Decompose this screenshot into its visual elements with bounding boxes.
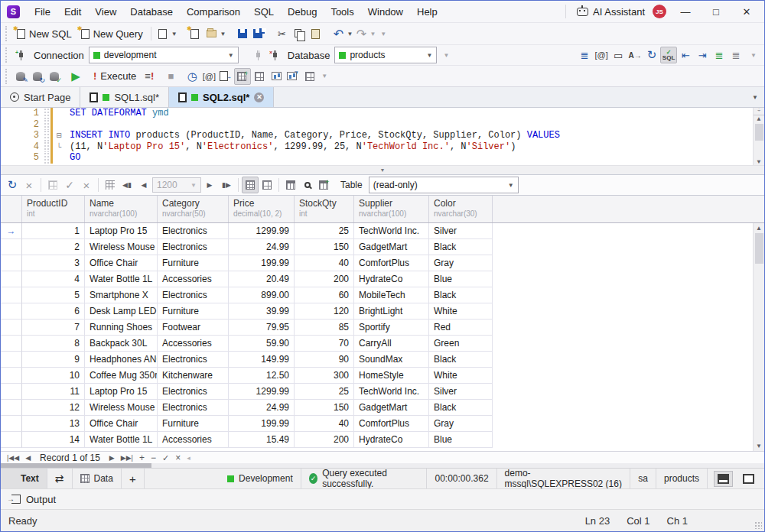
grid-cell[interactable]: White	[429, 368, 493, 384]
user-avatar[interactable]: JS	[653, 5, 666, 18]
grid-cell[interactable]: 24.99	[229, 400, 295, 416]
grid-cell[interactable]: Water Bottle 1L	[85, 432, 158, 448]
chart-designer-icon[interactable]	[268, 68, 285, 85]
grid-cell[interactable]: Water Bottle 1L	[85, 271, 158, 287]
grid-cell[interactable]: 40	[295, 416, 354, 432]
grid-cell[interactable]: 3	[22, 255, 85, 271]
grid-cell[interactable]: Backpack 30L	[85, 336, 158, 352]
grid-view-icon[interactable]	[242, 177, 259, 193]
grid-cell[interactable]: 13	[22, 416, 85, 432]
grid-cell[interactable]: Black	[429, 352, 493, 368]
last-page-icon[interactable]: ▮▶	[218, 177, 235, 193]
grid-cell[interactable]: White	[429, 303, 493, 320]
close-button[interactable]: ✕	[735, 6, 758, 18]
grid-cell[interactable]: Electronics	[158, 239, 229, 255]
table-row[interactable]: 10Coffee Mug 350mlKitchenware12.50300Hom…	[1, 368, 493, 384]
menu-comparison[interactable]: Comparison	[180, 1, 247, 22]
output-panel-tab[interactable]: Output	[1, 488, 764, 509]
row-selector[interactable]	[1, 255, 22, 271]
table-select[interactable]: (read-only)▼	[369, 177, 519, 193]
grid-cell[interactable]: SoundMax	[354, 352, 429, 368]
execute-overflow[interactable]: ▼	[321, 73, 327, 79]
menu-tools[interactable]: Tools	[324, 1, 360, 22]
menu-file[interactable]: File	[28, 1, 57, 22]
page-size-select[interactable]: 1200▼	[152, 177, 201, 193]
table-row[interactable]: →1Laptop Pro 15Electronics1299.9925TechW…	[1, 223, 493, 239]
open-file-icon[interactable]	[203, 25, 220, 42]
editor-line[interactable]: 3⊟INSERT INTO products (ProductID, Name,…	[1, 130, 764, 141]
results-layout-icon[interactable]	[251, 68, 268, 85]
grid-cell[interactable]: Gray	[429, 416, 493, 432]
row-selector[interactable]	[1, 432, 22, 448]
post-edit-button[interactable]: ✓	[159, 453, 172, 463]
grid-cell[interactable]: 200	[295, 271, 354, 287]
toolbar-overflow[interactable]: ▼	[380, 31, 386, 37]
debug-run-icon[interactable]: ▶	[67, 68, 84, 85]
grid-cell[interactable]: 9	[22, 352, 85, 368]
grid-cell[interactable]: Electronics	[158, 223, 229, 239]
increase-indent-icon[interactable]: ⇥	[694, 47, 711, 63]
first-page-icon[interactable]: ◀▮	[119, 177, 135, 193]
grid-cell[interactable]: Coffee Mug 350ml	[85, 368, 158, 384]
grid-cell[interactable]: Black	[429, 239, 493, 255]
delete-record-button[interactable]: −	[148, 453, 159, 463]
grid-cell[interactable]: Running Shoes	[85, 320, 158, 336]
grid-cell[interactable]: Blue	[429, 432, 493, 448]
grid-cell[interactable]: 120	[295, 303, 354, 320]
grid-cell[interactable]: ComfortPlus	[354, 416, 429, 432]
grid-cell[interactable]: 25	[295, 384, 354, 400]
grid-cell[interactable]: 4	[22, 271, 85, 287]
grid-cell[interactable]: Laptop Pro 15	[85, 384, 158, 400]
grid-cell[interactable]: Office Chair	[85, 255, 158, 271]
last-record-button[interactable]: ▶▶|	[118, 453, 136, 463]
cancel-changes-icon[interactable]: ×	[78, 177, 95, 193]
save-icon[interactable]	[234, 25, 251, 42]
grid-cell[interactable]: 300	[295, 368, 354, 384]
query-history-icon[interactable]: ◷	[184, 68, 200, 85]
connection-overflow[interactable]: ▼	[443, 52, 449, 59]
grid-cell[interactable]: 12	[22, 400, 85, 416]
grid-cell[interactable]: 1299.99	[229, 384, 295, 400]
ai-assistant-button[interactable]: AI Assistant	[577, 6, 645, 18]
layout-split-button[interactable]	[714, 471, 733, 487]
tab-sql2[interactable]: SQL2.sql* ✕	[169, 87, 274, 107]
grid-cell[interactable]: Accessories	[158, 432, 229, 448]
table-row[interactable]: 9Headphones ANCElectronics149.9990SoundM…	[1, 352, 493, 368]
grid-cell[interactable]: HydrateCo	[354, 432, 429, 448]
database-select[interactable]: products ▼	[334, 47, 437, 63]
grid-cell[interactable]: 899.00	[229, 287, 295, 303]
menu-debug[interactable]: Debug	[281, 1, 324, 22]
undo-dropdown[interactable]: ▼	[347, 31, 353, 37]
tab-sql1[interactable]: SQL1.sql*	[80, 87, 169, 107]
table-row[interactable]: 4Water Bottle 1LAccessories20.49200Hydra…	[1, 271, 493, 287]
grid-cell[interactable]: HomeStyle	[354, 368, 429, 384]
apply-changes-icon[interactable]: ✓	[61, 177, 78, 193]
grid-cell[interactable]: 79.95	[229, 320, 295, 336]
grid-cell[interactable]: 150	[295, 400, 354, 416]
editor-horizontal-scrollbar[interactable]: ▼	[1, 165, 764, 174]
grid-cell[interactable]: 199.99	[229, 416, 295, 432]
column-header-stockqty[interactable]: StockQtyint	[295, 196, 354, 222]
append-row-icon[interactable]: +	[316, 177, 333, 193]
editor-line[interactable]: 1SET DATEFORMAT ymd	[1, 108, 764, 119]
menu-sql[interactable]: SQL	[247, 1, 281, 22]
table-row[interactable]: 11Laptop Pro 15Electronics1299.9925TechW…	[1, 384, 493, 400]
grid-cell[interactable]: 150	[295, 239, 354, 255]
refresh-data-icon[interactable]: ↻	[29, 68, 46, 85]
scrollbar-thumb[interactable]	[755, 124, 763, 141]
grid-cell[interactable]: 85	[295, 320, 354, 336]
prev-page-icon[interactable]: ◀	[135, 177, 152, 193]
editor-line[interactable]: 5GO	[1, 152, 764, 164]
table-row[interactable]: 13Office ChairFurniture199.9940ComfortPl…	[1, 416, 493, 432]
paste-icon[interactable]	[308, 25, 324, 42]
new-file-icon[interactable]	[187, 25, 203, 42]
column-visibility-icon[interactable]	[282, 177, 299, 193]
grid-cell[interactable]: 1299.99	[229, 223, 295, 239]
query-plan-icon[interactable]: →	[217, 68, 234, 85]
grid-cell[interactable]: TechWorld Inc.	[354, 223, 429, 239]
grid-cell[interactable]: Electronics	[158, 287, 229, 303]
grid-cell[interactable]: BrightLight	[354, 303, 429, 320]
grid-cell[interactable]: 40	[295, 255, 354, 271]
new-query-button[interactable]: New Query	[76, 24, 148, 43]
row-selector[interactable]	[1, 336, 22, 352]
